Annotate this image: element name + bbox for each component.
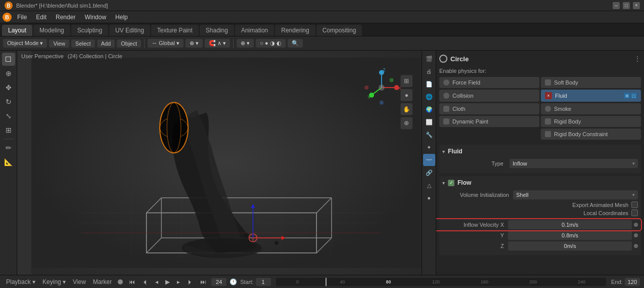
output-props-icon[interactable]: 🖨 bbox=[423, 65, 435, 77]
inflow-velocity-z-input[interactable]: 0m/s bbox=[508, 241, 632, 251]
next-keyframe-btn[interactable]: ▸ bbox=[175, 277, 182, 286]
view-menu[interactable]: View bbox=[49, 39, 69, 48]
ruler-40: 40 bbox=[340, 279, 345, 284]
cloth-button[interactable]: Cloth bbox=[439, 103, 539, 114]
fluid-remove-icon[interactable]: × bbox=[545, 92, 552, 99]
material-props-icon[interactable]: ● bbox=[423, 192, 435, 204]
play-btn[interactable]: ▶ bbox=[163, 277, 172, 286]
marker-menu[interactable]: Marker bbox=[91, 277, 114, 286]
viewport[interactable]: User Perspective (24) Collection | Circl… bbox=[17, 51, 422, 275]
props-header: Circle ⋮ bbox=[439, 54, 641, 64]
jump-end-btn[interactable]: ⏭ bbox=[198, 277, 208, 286]
annotate-tool[interactable]: ✏ bbox=[2, 141, 15, 154]
view-layer-props-icon[interactable]: 📄 bbox=[423, 78, 435, 90]
panel-options-icon[interactable]: ⋮ bbox=[634, 55, 641, 63]
object-mode-dropdown[interactable]: Object Mode ▾ bbox=[3, 39, 47, 48]
select-menu[interactable]: Select bbox=[71, 39, 95, 48]
tab-uv-editing[interactable]: UV Editing bbox=[109, 25, 150, 36]
prev-keyframe-btn[interactable]: ◂ bbox=[153, 277, 160, 286]
minimize-button[interactable]: – bbox=[613, 2, 620, 9]
dynamic-paint-button[interactable]: Dynamic Paint bbox=[439, 116, 539, 127]
prev-frame-btn[interactable]: ⏴ bbox=[140, 277, 150, 286]
maximize-button[interactable]: □ bbox=[623, 2, 630, 9]
jump-start-btn[interactable]: ⏮ bbox=[127, 277, 137, 286]
transform-pivot[interactable]: ⊕ ▾ bbox=[186, 39, 203, 48]
tab-texture-paint[interactable]: Texture Paint bbox=[151, 25, 199, 36]
export-anim-mesh-checkbox[interactable] bbox=[631, 201, 638, 208]
smoke-button[interactable]: Smoke bbox=[541, 103, 641, 114]
inflow-velocity-y-dot bbox=[634, 233, 638, 237]
move-tool[interactable]: ✥ bbox=[2, 81, 15, 94]
playback-menu[interactable]: Playback ▾ bbox=[4, 277, 37, 286]
transform-tool[interactable]: ⊞ bbox=[2, 124, 15, 137]
local-coords-label: Local Coordinates bbox=[583, 210, 628, 216]
start-frame-input[interactable]: 1 bbox=[256, 278, 271, 286]
local-coords-checkbox[interactable] bbox=[631, 210, 638, 216]
snap-toggle[interactable]: 🧲 ∧ ▾ bbox=[205, 39, 230, 48]
close-button[interactable]: × bbox=[633, 2, 640, 9]
soft-body-button[interactable]: Soft Body bbox=[541, 77, 641, 88]
chevron-down-icon: ▾ bbox=[632, 161, 635, 166]
render-props-icon[interactable]: 🎬 bbox=[423, 53, 435, 65]
inflow-velocity-y-input[interactable]: 0.8m/s bbox=[508, 231, 632, 240]
volume-init-row: Volume Initialization Shell ▾ bbox=[442, 190, 638, 199]
tab-rendering[interactable]: Rendering bbox=[275, 25, 315, 36]
menu-window[interactable]: Window bbox=[80, 13, 110, 22]
constraints-props-icon[interactable]: 🔗 bbox=[423, 167, 435, 179]
physics-props-icon[interactable]: 〰 bbox=[423, 154, 435, 166]
next-frame-btn[interactable]: ⏵ bbox=[185, 277, 195, 286]
measure-tool[interactable]: 📐 bbox=[2, 155, 15, 169]
collision-button[interactable]: Collision bbox=[439, 90, 539, 102]
shading-solid[interactable]: ○ ● ◑ ◐ bbox=[256, 39, 285, 48]
timeline-scrubber[interactable]: 0 40 80 120 160 200 240 bbox=[276, 278, 607, 286]
flow-enabled-checkbox[interactable]: ✓ bbox=[448, 180, 454, 186]
modifier-props-icon[interactable]: 🔧 bbox=[423, 129, 435, 141]
fluid-active-indicator: × bbox=[545, 92, 552, 99]
svg-text:✋: ✋ bbox=[403, 106, 410, 113]
rigid-body-button[interactable]: Rigid Body bbox=[541, 116, 641, 127]
menu-edit[interactable]: Edit bbox=[32, 13, 51, 22]
menu-help[interactable]: Help bbox=[111, 13, 132, 22]
flow-section-header[interactable]: ▾ ✓ Flow bbox=[442, 179, 638, 186]
keying-menu[interactable]: Keying ▾ bbox=[40, 277, 68, 286]
tab-sculpting[interactable]: Sculpting bbox=[71, 25, 108, 36]
tab-modeling[interactable]: Modeling bbox=[33, 25, 70, 36]
3d-viewport-canvas[interactable]: X Z Y ⊞ bbox=[31, 51, 422, 275]
separator-tool bbox=[4, 139, 14, 139]
menu-file[interactable]: File bbox=[13, 13, 31, 22]
transform-global[interactable]: ↔ Global ▾ bbox=[148, 39, 183, 48]
fluid-section-header[interactable]: ▾ Fluid bbox=[442, 148, 638, 155]
menu-render[interactable]: Render bbox=[52, 13, 79, 22]
select-box-tool[interactable]: ☐ bbox=[2, 53, 15, 66]
local-coords-row: Local Coordinates bbox=[442, 210, 638, 216]
tab-animation[interactable]: Animation bbox=[235, 25, 274, 36]
object-props-icon[interactable]: ⬜ bbox=[423, 116, 435, 128]
add-menu[interactable]: Add bbox=[97, 39, 115, 48]
particles-props-icon[interactable]: ✦ bbox=[423, 141, 435, 153]
inflow-velocity-x-input[interactable]: 0.1m/s bbox=[508, 220, 632, 229]
search-icon[interactable]: 🔍 bbox=[288, 39, 303, 48]
fluid-button[interactable]: × Fluid ⊞ ▢ bbox=[541, 90, 641, 102]
cursor-tool[interactable]: ⊕ bbox=[2, 67, 15, 80]
view-menu-timeline[interactable]: View bbox=[71, 277, 88, 286]
object-menu[interactable]: Object bbox=[117, 39, 141, 48]
end-frame-input[interactable]: 120 bbox=[625, 278, 640, 286]
viewport-header: User Perspective (24) Collection | Circl… bbox=[17, 51, 422, 62]
force-field-button[interactable]: Force Field bbox=[439, 77, 539, 88]
scale-tool[interactable]: ⤡ bbox=[2, 109, 15, 122]
scene-props-icon[interactable]: 🌐 bbox=[423, 91, 435, 103]
rigid-body-constraint-button[interactable]: Rigid Body Constraint bbox=[541, 129, 641, 140]
data-props-icon[interactable]: △ bbox=[423, 179, 435, 191]
rotate-tool[interactable]: ↻ bbox=[2, 95, 15, 108]
volume-init-dropdown[interactable]: Shell ▾ bbox=[513, 190, 638, 199]
world-props-icon[interactable]: 🌍 bbox=[423, 103, 435, 115]
object-name: Circle bbox=[450, 55, 469, 63]
tab-shading[interactable]: Shading bbox=[200, 25, 234, 36]
tab-compositing[interactable]: Compositing bbox=[316, 25, 362, 36]
tab-layout[interactable]: Layout bbox=[2, 25, 32, 36]
fluid-type-dropdown[interactable]: Inflow ▾ bbox=[510, 159, 638, 168]
current-frame-display[interactable]: 24 bbox=[211, 278, 226, 286]
overlay-toggle[interactable]: ⊕ ▾ bbox=[237, 39, 254, 48]
collision-icon bbox=[443, 93, 449, 99]
inflow-velocity-y-row: Y 0.8m/s bbox=[442, 231, 638, 240]
